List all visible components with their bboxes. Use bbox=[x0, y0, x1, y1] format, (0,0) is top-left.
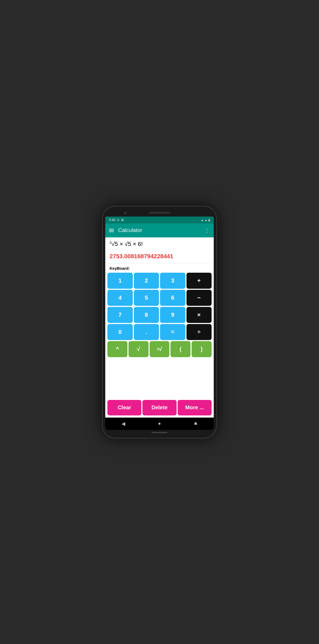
key-minus[interactable]: − bbox=[186, 290, 212, 306]
clear-button[interactable]: Clear bbox=[107, 400, 141, 415]
wifi-icon bbox=[201, 218, 204, 222]
keyboard-label: KeyBoard: bbox=[105, 264, 214, 272]
display-area: 3√5 × √5 × 6! 2753.008168794228441 bbox=[105, 237, 214, 264]
status-bar: 5:40 bbox=[105, 217, 214, 223]
key-power[interactable]: ^ bbox=[107, 341, 127, 357]
nav-home-button[interactable]: ● bbox=[154, 420, 165, 428]
key-3[interactable]: 3 bbox=[160, 273, 185, 289]
key-row-2: 4 5 6 − bbox=[107, 290, 212, 306]
phone-speaker bbox=[149, 212, 170, 214]
key-row-3: 7 8 9 × bbox=[107, 307, 212, 323]
key-6[interactable]: 6 bbox=[160, 290, 185, 306]
key-multiply[interactable]: × bbox=[186, 307, 212, 323]
key-0[interactable]: 0 bbox=[107, 324, 133, 340]
key-plus[interactable]: + bbox=[186, 273, 212, 289]
battery-icon bbox=[208, 218, 210, 222]
key-7[interactable]: 7 bbox=[107, 307, 133, 323]
key-2[interactable]: 2 bbox=[134, 273, 159, 289]
nav-bar: ◀ ● ■ bbox=[105, 418, 214, 430]
bottom-actions: Clear Delete More ... bbox=[105, 399, 214, 418]
key-close-paren[interactable]: ) bbox=[192, 341, 212, 357]
key-sqrt[interactable]: √ bbox=[129, 341, 149, 357]
status-time: 5:40 bbox=[109, 218, 115, 222]
key-cbrt[interactable]: 3√ bbox=[150, 341, 170, 357]
app-bar: Calculator ⋮ bbox=[105, 223, 214, 237]
hamburger-menu-icon[interactable] bbox=[109, 229, 114, 232]
expression-display: 3√5 × √5 × 6! bbox=[110, 241, 209, 251]
phone-top-bar bbox=[105, 209, 214, 217]
more-button[interactable]: More ... bbox=[178, 400, 212, 415]
signal-icon bbox=[205, 218, 207, 222]
clock-status-icon bbox=[117, 218, 119, 222]
phone-frame: 5:40 Calculator ⋮ 3√5 × √5 × 6! 2753.00 bbox=[102, 206, 217, 438]
delete-button[interactable]: Delete bbox=[142, 400, 176, 415]
nav-recent-button[interactable]: ■ bbox=[190, 420, 201, 428]
app-title: Calculator bbox=[118, 227, 200, 233]
bottom-indicator bbox=[151, 432, 168, 433]
result-display: 2753.008168794228441 bbox=[110, 253, 209, 261]
key-4[interactable]: 4 bbox=[107, 290, 133, 306]
key-5[interactable]: 5 bbox=[134, 290, 159, 306]
lock-status-icon bbox=[121, 218, 124, 222]
more-vert-icon[interactable]: ⋮ bbox=[204, 227, 210, 234]
phone-camera bbox=[124, 211, 127, 214]
status-right bbox=[201, 218, 210, 222]
key-dot[interactable]: . bbox=[134, 324, 159, 340]
key-equals[interactable]: = bbox=[160, 324, 185, 340]
key-row-4: 0 . = ÷ bbox=[107, 324, 212, 340]
nav-back-button[interactable]: ◀ bbox=[118, 420, 129, 428]
key-1[interactable]: 1 bbox=[107, 273, 133, 289]
key-open-paren[interactable]: ( bbox=[170, 341, 190, 357]
key-9[interactable]: 9 bbox=[160, 307, 185, 323]
key-divide[interactable]: ÷ bbox=[186, 324, 212, 340]
key-8[interactable]: 8 bbox=[134, 307, 159, 323]
key-row-1: 1 2 3 + bbox=[107, 273, 212, 289]
key-row-special: ^ √ 3√ ( ) bbox=[107, 341, 212, 357]
keyboard: 1 2 3 + 4 5 6 − 7 8 9 × 0 . bbox=[105, 272, 214, 399]
phone-bottom bbox=[105, 430, 214, 435]
phone-screen: 5:40 Calculator ⋮ 3√5 × √5 × 6! 2753.00 bbox=[105, 217, 214, 430]
status-left: 5:40 bbox=[109, 218, 124, 222]
